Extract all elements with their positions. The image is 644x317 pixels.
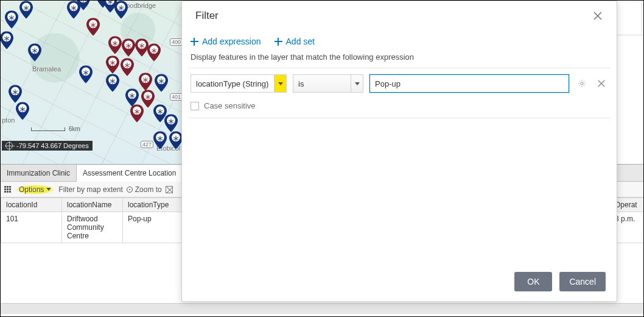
options-label: Options — [19, 185, 44, 194]
clear-selection-icon — [166, 186, 173, 193]
field-select[interactable]: locationType (String) — [191, 74, 287, 93]
map-marker[interactable] — [135, 38, 149, 57]
map-pin-icon — [108, 36, 122, 54]
map-marker[interactable] — [77, 1, 90, 10]
col-header-locationname[interactable]: locationName — [62, 198, 123, 212]
zoom-to-label: Zoom to — [135, 185, 162, 194]
map-pin-icon — [155, 74, 168, 92]
plus-icon — [275, 38, 282, 46]
filter-description: Display features in the layer that match… — [188, 52, 611, 68]
value-input[interactable] — [369, 74, 569, 93]
map-pin-icon — [147, 43, 161, 62]
map-pin-icon — [106, 74, 119, 92]
cancel-button[interactable]: Cancel — [559, 272, 606, 291]
map-marker[interactable] — [155, 74, 168, 92]
svg-point-29 — [581, 82, 583, 85]
locate-icon — [127, 187, 133, 193]
map-pin-icon — [164, 114, 178, 132]
map-pin-icon — [121, 58, 134, 76]
map-marker[interactable] — [114, 1, 128, 19]
map-scale-label: 6km — [69, 126, 80, 132]
field-select-value: locationType (String) — [191, 79, 274, 88]
table-cell: 101 — [1, 212, 62, 243]
add-expression-label: Add expression — [202, 37, 261, 46]
map-marker[interactable] — [19, 1, 33, 19]
map-pin-icon — [28, 43, 41, 62]
map-pin-icon — [106, 55, 119, 74]
add-set-label: Add set — [286, 37, 315, 46]
map-marker[interactable] — [9, 85, 22, 103]
map-marker[interactable] — [130, 104, 144, 123]
crosshair-icon — [5, 142, 13, 149]
case-sensitive-label: Case sensitive — [204, 101, 256, 110]
map-scale: 6km — [31, 126, 80, 132]
map-marker[interactable] — [28, 43, 41, 62]
map-marker[interactable] — [139, 73, 152, 91]
add-set-button[interactable]: Add set — [275, 37, 315, 46]
map-pin-icon — [114, 1, 128, 19]
map-marker[interactable] — [106, 74, 119, 92]
chevron-down-icon — [278, 82, 283, 85]
map-pin-icon — [9, 85, 22, 103]
layer-tab[interactable]: Immunization Clinic — [1, 165, 77, 181]
map-marker[interactable] — [122, 38, 135, 57]
add-expression-button[interactable]: Add expression — [191, 37, 261, 46]
map-pin-icon — [79, 65, 93, 84]
filter-by-extent-button[interactable]: Filter by map extent — [58, 185, 122, 194]
map-marker[interactable] — [108, 36, 122, 54]
field-select-dropdown[interactable] — [274, 75, 286, 92]
map-pin-icon — [169, 131, 181, 149]
zoom-to-button[interactable]: Zoom to — [127, 185, 162, 194]
map-pin-icon — [139, 73, 152, 91]
map-marker[interactable] — [153, 131, 167, 149]
map-pin-icon — [153, 131, 167, 149]
map-marker[interactable] — [106, 55, 119, 74]
ok-button[interactable]: OK — [514, 272, 552, 291]
modal-close-button[interactable] — [592, 10, 603, 21]
plus-icon — [191, 38, 198, 46]
map-marker[interactable] — [147, 43, 161, 62]
map-marker[interactable] — [121, 58, 134, 76]
expression-settings-button[interactable] — [575, 77, 589, 90]
map-pin-icon — [86, 18, 100, 36]
expression-row: locationType (String) is — [188, 68, 611, 95]
map-coords-text: -79.547 43.667 Degrees — [16, 142, 89, 149]
map-marker[interactable] — [86, 18, 100, 36]
map-marker[interactable] — [164, 114, 178, 132]
map-pin-icon — [122, 38, 135, 57]
filter-by-extent-label: Filter by map extent — [58, 185, 122, 194]
col-header-locationid[interactable]: locationId — [1, 198, 62, 212]
options-menu-button[interactable]: Options — [15, 185, 55, 194]
map-pin-icon — [135, 38, 149, 57]
table-status-bar — [1, 303, 643, 314]
modal-title: Filter — [195, 10, 219, 22]
gear-icon — [577, 79, 587, 88]
map-pin-icon — [5, 10, 18, 29]
close-icon — [597, 79, 606, 88]
map-pin-icon — [16, 102, 29, 120]
map-pin-icon — [19, 1, 33, 19]
map-area[interactable]: Woodbridge Bramalea pton Etobicol 400 40… — [1, 1, 181, 164]
grid-icon — [4, 186, 12, 193]
map-marker[interactable] — [5, 10, 18, 29]
remove-expression-button[interactable] — [595, 77, 608, 90]
map-marker[interactable] — [16, 102, 29, 120]
operator-select[interactable]: is — [293, 74, 363, 93]
operator-select-dropdown[interactable] — [351, 75, 363, 92]
map-marker[interactable] — [1, 31, 13, 49]
chevron-down-icon — [46, 188, 51, 191]
clear-selection-button[interactable] — [166, 186, 173, 193]
map-marker[interactable] — [169, 131, 181, 149]
layer-tab[interactable]: Assessment Centre Location — [77, 165, 183, 182]
map-marker[interactable] — [79, 65, 93, 84]
map-coords[interactable]: -79.547 43.667 Degrees — [2, 141, 93, 151]
filter-modal: Filter Add expression Add set Display fe… — [181, 1, 617, 302]
table-cell: Driftwood Community Centre — [62, 212, 123, 243]
close-icon — [592, 10, 603, 21]
map-pin-icon — [130, 104, 144, 123]
map-pin-icon — [1, 31, 13, 49]
chevron-down-icon — [355, 82, 360, 85]
map-pin-icon — [77, 1, 90, 10]
operator-select-value: is — [293, 79, 351, 88]
case-sensitive-checkbox[interactable] — [191, 102, 199, 110]
